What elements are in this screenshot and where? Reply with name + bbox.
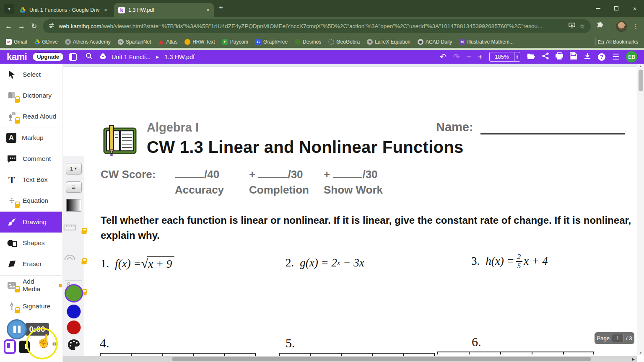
new-tab-button[interactable]: + <box>219 3 223 12</box>
problem-3: 3. h(x) = 25 x + 4 <box>471 253 548 270</box>
vertical-scrollbar[interactable]: ▲ ▼ <box>637 64 644 355</box>
redo-button[interactable]: ↷ <box>453 53 460 61</box>
open-file-icon[interactable] <box>527 53 535 61</box>
bookmark-spartannet[interactable]: SSpartanNet <box>118 39 151 45</box>
bookmark-hrw-text[interactable]: HRW Text <box>184 39 215 45</box>
bookmark-latex-equation[interactable]: ✳LaTeX Equation <box>367 39 410 45</box>
zoom-level-select[interactable]: 185% ▲▼ <box>489 52 520 62</box>
kami-logo[interactable]: kami <box>7 52 27 62</box>
undo-button[interactable]: ↶ <box>440 53 447 61</box>
tab-pdf-active[interactable]: k 1.3 HW.pdf × <box>114 3 214 17</box>
menu-icon[interactable]: ☰ <box>612 53 619 61</box>
sidebar-item-read-aloud[interactable]: Read Aloud <box>0 109 62 124</box>
site-settings-icon[interactable] <box>49 23 55 30</box>
name-label: Name: <box>436 120 473 134</box>
bookmark-paycom[interactable]: PPaycom <box>222 39 248 45</box>
problem-2: 2. g(x) = 2 x − 3x <box>286 256 364 269</box>
kami-avatar[interactable]: EB <box>626 51 637 62</box>
page-number-input[interactable] <box>612 334 624 342</box>
sidebar-item-equation[interactable]: ÷ Equation <box>0 193 62 208</box>
problem-4-number: 4. <box>100 336 109 350</box>
extensions-puzzle-icon[interactable] <box>597 22 604 31</box>
protractor-tool-locked[interactable] <box>63 253 84 263</box>
bookmark-atlas[interactable]: Atlas <box>158 39 177 45</box>
scroll-up-icon[interactable]: ▲ <box>637 65 644 67</box>
vertical-scroll-thumb[interactable] <box>639 70 643 91</box>
sidebar-item-eraser[interactable]: Eraser <box>0 256 62 272</box>
breadcrumb-folder[interactable]: Unit 1 Functi... <box>112 54 151 60</box>
scroll-down-icon[interactable]: ▼ <box>637 352 644 354</box>
google-drive-favicon <box>19 7 26 13</box>
color-palette-icon[interactable] <box>68 339 80 352</box>
horizontal-scroll-thumb[interactable] <box>172 357 591 361</box>
color-swatch-blue[interactable] <box>67 305 80 318</box>
bookmark-athens-academy[interactable]: AAthens Academy <box>65 39 111 45</box>
address-bar[interactable]: web.kamihq.com/web/viewer.html?state=%7B… <box>43 19 591 33</box>
sidebar-item-comment[interactable]: Comment <box>0 151 62 166</box>
search-icon[interactable] <box>86 52 93 61</box>
zoom-in-button[interactable]: + <box>478 53 483 61</box>
sidebar-item-signature[interactable]: Signature <box>0 299 62 314</box>
ruler-tool-locked[interactable] <box>63 224 84 233</box>
bookmark-acad-daily[interactable]: ◉ACAD Daily <box>418 39 452 45</box>
lock-icon <box>81 261 86 264</box>
bookmark-star-icon[interactable]: ☆ <box>579 23 585 30</box>
back-button[interactable]: ← <box>5 22 12 31</box>
scroll-right-icon[interactable]: ▶ <box>632 357 635 361</box>
save-icon[interactable] <box>570 52 577 61</box>
timer-pause-button[interactable] <box>7 319 27 339</box>
zoom-spinner[interactable]: ▲▼ <box>514 52 520 61</box>
install-app-icon[interactable] <box>569 23 575 30</box>
print-icon[interactable] <box>556 52 563 61</box>
sidebar-item-shapes[interactable]: Shapes <box>0 235 62 251</box>
upgrade-button[interactable]: Upgrade <box>32 52 64 61</box>
stroke-width-select[interactable]: 1▼ <box>66 163 82 174</box>
tab-google-drive[interactable]: Unit 1 Functions - Google Driv × <box>15 3 112 17</box>
reload-button[interactable]: ↻ <box>31 22 37 31</box>
stroke-style-button[interactable]: ≡ <box>66 181 82 193</box>
pause-icon <box>13 326 16 333</box>
color-swatch-green-selected[interactable] <box>66 285 82 301</box>
sidebar-item-select[interactable]: Select <box>0 67 62 82</box>
sidebar-item-drawing[interactable]: Drawing <box>0 212 62 233</box>
markup-icon: A <box>6 133 16 143</box>
tab-search-button[interactable]: ▾ <box>4 4 14 14</box>
opacity-gradient-swatch[interactable] <box>66 199 81 212</box>
bookmark-gdrive[interactable]: GDrive <box>34 39 57 45</box>
window-maximize-button[interactable] <box>607 0 626 17</box>
sidebar-item-dictionary[interactable]: Dictionary <box>0 88 62 103</box>
sidebar-toggle-icon[interactable] <box>69 53 77 61</box>
profile-avatar[interactable] <box>616 21 627 32</box>
bookmark-geogebra[interactable]: GeoGebra <box>328 39 360 45</box>
window-close-button[interactable]: × <box>626 0 644 17</box>
geogebra-icon <box>328 39 334 45</box>
horizontal-scrollbar[interactable]: ▶ <box>63 356 637 362</box>
url-text[interactable]: web.kamihq.com/web/viewer.html?state=%7B… <box>59 23 564 29</box>
browser-menu-icon[interactable]: ⋮ <box>633 23 639 30</box>
bookmark-illustrative-math[interactable]: MIllustrative Mathem... <box>459 39 514 45</box>
kami-toolbar-right: ↶ ↷ − + 185% ▲▼ ? ☰ EB <box>440 51 639 62</box>
atlas-icon <box>158 39 164 45</box>
tab-close-icon[interactable]: × <box>104 7 107 13</box>
bookmark-graphfree[interactable]: GGraphFree <box>255 39 288 45</box>
page-view-toggle-active[interactable] <box>4 339 16 354</box>
all-bookmarks-button[interactable]: All Bookmarks <box>595 38 638 46</box>
download-icon[interactable] <box>584 52 591 61</box>
bookmark-desmos[interactable]: Desmos <box>295 39 321 45</box>
course-label: Algebra I <box>147 121 199 134</box>
sidebar-item-markup[interactable]: A Markup <box>0 130 62 145</box>
tab-close-icon[interactable]: × <box>206 7 210 13</box>
color-swatch-red[interactable] <box>67 321 80 334</box>
forward-button[interactable]: → <box>18 22 25 31</box>
help-button[interactable]: ? <box>598 53 605 61</box>
score-accuracy: /40 <box>175 168 219 181</box>
sidebar-item-text-box[interactable]: T Text Box <box>0 172 62 187</box>
share-icon[interactable] <box>542 52 549 61</box>
score-blank <box>333 170 362 178</box>
bookmark-gmail[interactable]: MGmail <box>6 39 27 45</box>
window-minimize-button[interactable] <box>589 0 607 17</box>
zoom-out-button[interactable]: − <box>467 53 471 61</box>
sidebar-item-add-media[interactable]: Add Media <box>0 278 62 293</box>
pdf-viewer[interactable]: Algebra I Name: CW 1.3 Linear and Nonlin… <box>63 64 644 362</box>
browser-toolbar: ← → ↻ web.kamihq.com/web/viewer.html?sta… <box>0 17 644 36</box>
